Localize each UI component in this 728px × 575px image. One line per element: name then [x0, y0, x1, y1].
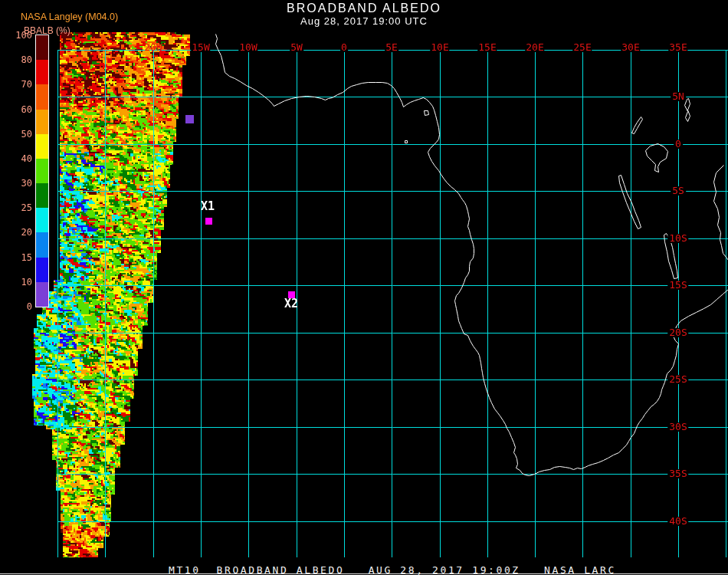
colorbar-tick-label: 80 — [9, 55, 32, 65]
colorbar-segment — [36, 134, 48, 159]
lat-label-5N: 5N — [671, 92, 686, 101]
colorbar-tick-label: 30 — [9, 179, 32, 189]
colorbar-tick-label: 10 — [9, 278, 32, 288]
colorbar-segment — [36, 84, 48, 109]
lon-label-20W: 20W — [143, 43, 162, 52]
lat-label-30S: 30S — [667, 422, 688, 432]
lon-label-15E: 15E — [477, 43, 497, 52]
bottom-border — [0, 573, 728, 574]
lon-label-20E: 20E — [525, 43, 544, 52]
colorbar-segment — [36, 282, 48, 307]
lat-label-40S: 40S — [667, 517, 688, 526]
status-bar: MT10 BROADBAND ALBEDO AUG 28, 2017 19:00… — [0, 558, 728, 575]
colorbar-tick-label: 15 — [9, 253, 32, 263]
lon-label-15W: 15W — [191, 43, 210, 52]
lat-label-35S: 35S — [667, 469, 688, 478]
colorbar-segment — [36, 208, 48, 232]
colorbar-tick-label: 0 — [9, 302, 32, 312]
lat-label-15S: 15S — [667, 281, 688, 290]
screen: BROADBAND ALBEDO Aug 28, 2017 19:00 UTC … — [0, 0, 728, 575]
lat-label-0: 0 — [674, 140, 683, 149]
colorbar-segment — [36, 232, 48, 257]
lon-label-25E: 25E — [572, 43, 592, 52]
colorbar-legend — [35, 34, 49, 307]
marker-square-X1 — [205, 218, 212, 225]
colorbar-segment — [36, 35, 48, 60]
lon-label-30E: 30E — [621, 43, 640, 52]
colorbar-segment — [36, 258, 48, 282]
lon-label-5E: 5E — [385, 43, 398, 52]
colorbar-tick-label: 40 — [9, 154, 32, 164]
map-canvas — [0, 0, 728, 575]
lat-label-25S: 25S — [667, 375, 688, 384]
marker-label-X1: X1 — [201, 201, 215, 212]
lon-label-10E: 10E — [430, 43, 449, 52]
lat-label-5S: 5S — [671, 186, 686, 196]
lon-label-35E: 35E — [668, 43, 687, 52]
legend-title: BBALB (%) — [24, 25, 71, 36]
colorbar-tick-label: 60 — [9, 105, 32, 115]
colorbar-segment — [36, 110, 48, 134]
colorbar-segment — [36, 60, 48, 84]
lat-label-20S: 20S — [667, 328, 688, 337]
source-label: NASA Langley (M04.0) — [21, 12, 118, 22]
colorbar-segment — [36, 183, 48, 208]
marker-label-X2: X2 — [284, 298, 298, 309]
colorbar-tick-label: 50 — [9, 130, 32, 140]
colorbar-tick-label: 70 — [9, 80, 32, 90]
lon-label-5W: 5W — [290, 43, 303, 52]
colorbar-tick-label: 20 — [9, 228, 32, 238]
lon-label-0: 0 — [340, 43, 348, 52]
lon-label-10W: 10W — [238, 43, 257, 52]
colorbar-segment — [36, 159, 48, 183]
lat-label-10S: 10S — [667, 234, 688, 243]
colorbar-tick-label: 25 — [9, 203, 32, 213]
